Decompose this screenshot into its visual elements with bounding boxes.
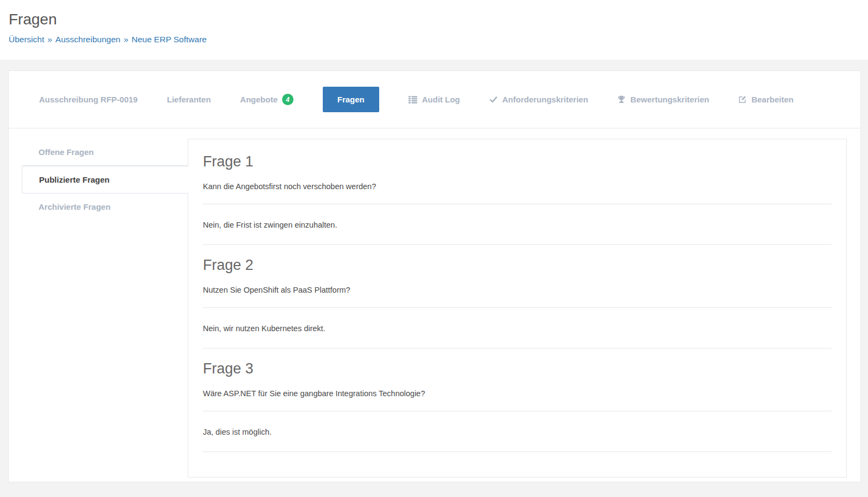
sidebar-tab-list: Offene Fragen Publizierte Fragen Archivi… [22, 139, 188, 220]
trophy-icon [617, 95, 626, 104]
sidebar-item-publizierte-fragen[interactable]: Publizierte Fragen [22, 166, 188, 193]
breadcrumb: Übersicht»Ausschreibungen»Neue ERP Softw… [9, 34, 859, 45]
divider [203, 307, 832, 308]
tab-label: Fragen [337, 94, 365, 105]
tab-label: Audit Log [422, 95, 460, 104]
tab-bewertungskriterien[interactable]: Bewertungskriterien [617, 95, 709, 104]
question-block: Frage 2 Nutzen Sie OpenShift als PaaS Pl… [203, 257, 832, 348]
tab-bar: Ausschreibung RFP-0019 Lieferanten Angeb… [9, 71, 860, 128]
breadcrumb-separator: » [124, 35, 129, 44]
breadcrumb-link-ausschreibungen[interactable]: Ausschreibungen [55, 35, 120, 44]
divider [203, 244, 832, 245]
answer-text: Nein, die Frist ist zwingen einzuhalten. [203, 220, 832, 230]
tab-fragen[interactable]: Fragen [323, 87, 379, 112]
page-title: Fragen [9, 9, 859, 30]
tab-angebote[interactable]: Angebote 4 [240, 94, 293, 105]
sidebar-item-label: Publizierte Fragen [39, 175, 110, 184]
tab-lieferanten[interactable]: Lieferanten [167, 95, 211, 104]
tab-label: Angebote [240, 95, 278, 104]
divider [203, 204, 832, 204]
questions-sidebar: Offene Fragen Publizierte Fragen Archivi… [9, 139, 188, 220]
tab-bearbeiten[interactable]: Bearbeiten [738, 95, 794, 104]
tab-label: Ausschreibung RFP-0019 [39, 95, 138, 104]
question-title: Frage 1 [203, 153, 832, 170]
sidebar-item-archivierte-fragen[interactable]: Archivierte Fragen [22, 193, 188, 220]
angebote-count-badge: 4 [282, 94, 293, 105]
tab-ausschreibung-rfp-0019[interactable]: Ausschreibung RFP-0019 [39, 95, 138, 104]
sidebar-item-label: Offene Fragen [39, 147, 94, 157]
breadcrumb-separator: » [47, 35, 52, 44]
question-title: Frage 2 [203, 257, 832, 274]
list-icon [409, 96, 417, 104]
question-text: Kann die Angebotsfirst noch verschoben w… [203, 181, 832, 192]
questions-panel: Frage 1 Kann die Angebotsfirst noch vers… [188, 139, 847, 477]
tab-audit-log[interactable]: Audit Log [409, 95, 460, 104]
breadcrumb-link-neue-erp-software[interactable]: Neue ERP Software [132, 35, 207, 44]
check-icon [489, 95, 497, 104]
question-block: Frage 1 Kann die Angebotsfirst noch vers… [203, 153, 832, 245]
tab-label: Lieferanten [167, 95, 211, 104]
divider [203, 451, 832, 452]
question-text: Wäre ASP.NET für Sie eine gangbare Integ… [203, 388, 832, 399]
breadcrumb-link-uebersicht[interactable]: Übersicht [9, 35, 44, 44]
tab-label: Bewertungskriterien [630, 95, 709, 104]
fragen-body: Offene Fragen Publizierte Fragen Archivi… [9, 128, 860, 482]
sidebar-item-offene-fragen[interactable]: Offene Fragen [22, 139, 188, 166]
sidebar-item-label: Archivierte Fragen [39, 202, 111, 211]
question-block: Frage 3 Wäre ASP.NET für Sie eine gangba… [203, 360, 832, 452]
answer-text: Nein, wir nutzen Kubernetes direkt. [203, 323, 832, 334]
tab-label: Anforderungskriterien [502, 95, 588, 104]
question-title: Frage 3 [203, 360, 832, 377]
edit-icon [738, 95, 746, 104]
tab-label: Bearbeiten [751, 95, 794, 104]
answer-text: Ja, dies ist möglich. [203, 427, 832, 437]
question-text: Nutzen Sie OpenShift als PaaS Plattform? [203, 285, 832, 295]
divider [203, 348, 832, 348]
tab-anforderungskriterien[interactable]: Anforderungskriterien [489, 95, 588, 104]
divider [203, 411, 832, 411]
main-panel: Ausschreibung RFP-0019 Lieferanten Angeb… [8, 70, 861, 482]
page-header: Fragen Übersicht»Ausschreibungen»Neue ER… [0, 0, 868, 60]
